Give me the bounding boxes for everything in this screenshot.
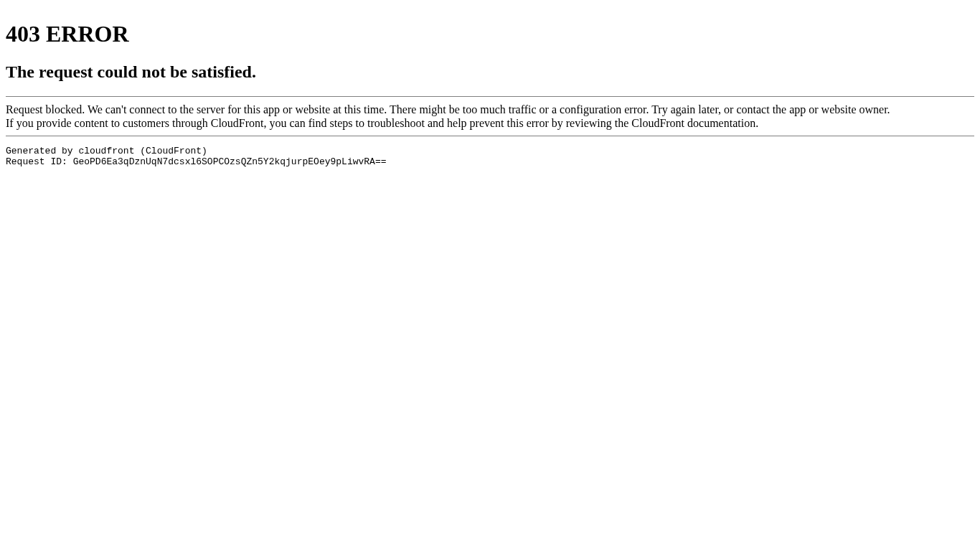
- error-subtitle: The request could not be satisfied.: [6, 62, 974, 82]
- error-code-heading: 403 ERROR: [6, 21, 974, 47]
- divider-bottom: [6, 136, 974, 136]
- divider-top: [6, 96, 974, 97]
- error-message-line-1: Request blocked. We can't connect to the…: [6, 103, 974, 116]
- error-message-line-2: If you provide content to customers thro…: [6, 116, 974, 130]
- generated-by-text: Generated by cloudfront (CloudFront): [6, 146, 207, 156]
- request-id-value: GeoPD6Ea3qDznUqN7dcsxl6SOPCOzsQZn5Y2kqju…: [73, 156, 387, 167]
- error-details-block: Generated by cloudfront (CloudFront) Req…: [6, 146, 974, 167]
- request-id-label: Request ID:: [6, 156, 73, 167]
